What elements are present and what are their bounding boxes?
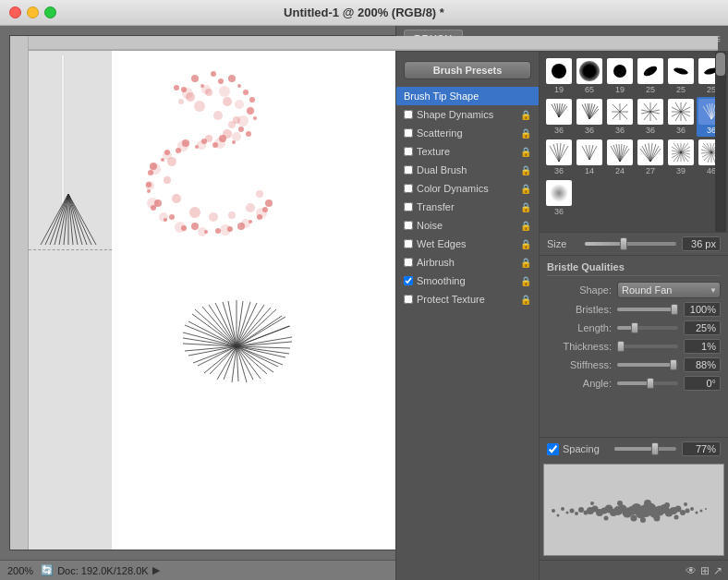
svg-line-211: [640, 149, 650, 162]
main-area: 200% 🔄 Doc: 192.0K/128.0K ▶ BRUSH ≡ Brus…: [0, 26, 728, 580]
brush-tip-19-hard[interactable]: 19: [605, 56, 635, 96]
bristles-thumb[interactable]: [671, 304, 678, 315]
stiffness-value[interactable]: [684, 357, 721, 372]
brush-tip-36-row3[interactable]: 36: [544, 138, 574, 177]
svg-line-202: [589, 146, 597, 160]
spacing-slider[interactable]: [614, 447, 676, 451]
checkbox-scattering[interactable]: [404, 128, 413, 138]
brush-tip-25-square[interactable]: 25: [636, 56, 665, 96]
bristles-slider[interactable]: [617, 308, 678, 311]
grid-icon[interactable]: ⊞: [700, 564, 710, 577]
brush-tip-24[interactable]: 24: [605, 138, 635, 177]
brush-tips-grid: 19 65: [544, 56, 710, 218]
stiffness-slider[interactable]: [617, 363, 678, 367]
svg-point-286: [690, 507, 694, 511]
spacing-checkbox[interactable]: [547, 443, 559, 455]
checkbox-shape-dynamics[interactable]: [404, 110, 413, 119]
tip-img-15: [607, 139, 633, 165]
checkbox-smoothing[interactable]: [404, 276, 413, 285]
thickness-thumb[interactable]: [617, 341, 625, 352]
brush-tip-19-circle[interactable]: 19: [544, 56, 574, 96]
checkbox-dual-brush[interactable]: [404, 165, 413, 175]
brush-tip-36-a[interactable]: 36: [544, 97, 574, 137]
checkbox-noise[interactable]: [404, 221, 413, 230]
svg-point-76: [235, 100, 244, 109]
scroll-thumb[interactable]: [716, 53, 725, 76]
spacing-value-input[interactable]: [682, 441, 721, 456]
brush-tip-row4[interactable]: 36: [544, 178, 574, 218]
length-value[interactable]: [684, 320, 721, 335]
option-color-dynamics[interactable]: Color Dynamics 🔒: [396, 179, 539, 198]
checkbox-texture[interactable]: [404, 147, 413, 156]
minimize-button[interactable]: [27, 6, 39, 18]
option-transfer[interactable]: Transfer 🔒: [396, 198, 539, 216]
tip-img-14: [576, 139, 602, 165]
length-thumb[interactable]: [631, 322, 638, 333]
svg-point-74: [201, 85, 211, 94]
checkbox-airbrush[interactable]: [404, 258, 413, 267]
size-slider-fill: [585, 242, 622, 246]
svg-point-89: [220, 224, 231, 236]
brush-tip-65-circle[interactable]: 65: [575, 56, 604, 96]
length-slider[interactable]: [617, 326, 678, 330]
brush-tip-36-d[interactable]: 36: [636, 97, 665, 137]
stiffness-thumb[interactable]: [670, 359, 677, 370]
close-button[interactable]: [9, 6, 21, 18]
checkbox-color-dynamics[interactable]: [404, 184, 413, 193]
forward-arrow[interactable]: ▶: [152, 564, 160, 576]
thickness-slider[interactable]: [617, 344, 678, 348]
brush-tip-27[interactable]: 27: [636, 138, 665, 177]
spacing-slider-thumb[interactable]: [651, 442, 659, 455]
option-airbrush[interactable]: Airbrush 🔒: [396, 253, 539, 272]
maximize-button[interactable]: [44, 6, 56, 18]
option-noise[interactable]: Noise 🔒: [396, 216, 539, 235]
lock-icon-airbrush: 🔒: [520, 258, 531, 268]
checkbox-protect-texture[interactable]: [404, 295, 413, 304]
brush-tip-39[interactable]: 39: [666, 138, 696, 177]
tip-shape-small-circle: [613, 65, 626, 78]
tips-scrollbar[interactable]: [715, 52, 726, 232]
brush-tip-14[interactable]: 14: [575, 138, 604, 177]
option-wet-edges[interactable]: Wet Edges 🔒: [396, 235, 539, 253]
eye-icon[interactable]: 👁: [686, 564, 697, 577]
window-controls[interactable]: [9, 6, 56, 18]
ruler-top: [29, 36, 718, 51]
svg-point-79: [214, 138, 225, 149]
spacing-row: Spacing: [540, 437, 728, 460]
svg-point-285: [686, 509, 690, 514]
size-value-input[interactable]: [682, 236, 721, 251]
option-smoothing[interactable]: Smoothing 🔒: [396, 272, 539, 290]
export-icon[interactable]: ↗: [713, 564, 722, 577]
svg-point-45: [164, 176, 171, 184]
angle-value[interactable]: [684, 376, 721, 391]
brush-tip-25-b[interactable]: 25: [666, 56, 696, 96]
angle-label: Angle:: [547, 378, 612, 389]
svg-line-218: [650, 149, 661, 162]
brush-tip-36-b[interactable]: 36: [575, 97, 604, 137]
brush-presets-button[interactable]: Brush Presets: [404, 61, 531, 79]
bristles-fill: [617, 308, 678, 311]
shape-select[interactable]: Round Fan Round Point Flat Flat Fan Flat…: [617, 282, 721, 298]
option-texture[interactable]: Texture 🔒: [396, 142, 539, 161]
option-scattering[interactable]: Scattering 🔒: [396, 124, 539, 142]
tip-img-17: [668, 139, 694, 165]
bristles-value[interactable]: [684, 302, 721, 317]
tip-img-8: [576, 99, 602, 125]
tip-img-5: [668, 58, 694, 84]
angle-thumb[interactable]: [647, 378, 654, 389]
size-slider-thumb[interactable]: [620, 237, 627, 250]
option-brush-tip-shape[interactable]: Brush Tip Shape: [396, 87, 539, 105]
tip-shape-leaf: [639, 60, 661, 82]
angle-slider[interactable]: [617, 381, 678, 385]
page-icon[interactable]: 🔄: [41, 564, 54, 576]
brush-tip-36-c[interactable]: 36: [605, 97, 635, 137]
thickness-value[interactable]: [684, 339, 721, 354]
option-dual-brush[interactable]: Dual Brush 🔒: [396, 161, 539, 179]
size-slider[interactable]: [585, 242, 676, 246]
checkbox-transfer[interactable]: [404, 202, 413, 211]
option-shape-dynamics[interactable]: Shape Dynamics 🔒: [396, 105, 539, 124]
option-protect-texture[interactable]: Protect Texture 🔒: [396, 290, 539, 308]
brush-tip-36-e[interactable]: 36: [666, 97, 696, 137]
svg-point-18: [243, 90, 249, 95]
checkbox-wet-edges[interactable]: [404, 239, 413, 248]
